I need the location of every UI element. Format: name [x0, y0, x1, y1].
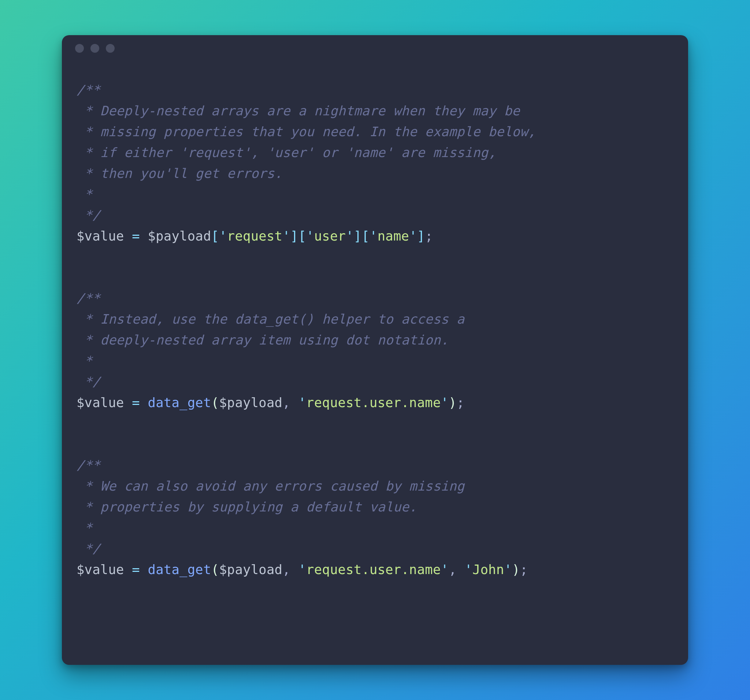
comment-line: * deeply-nested array item using dot not… [77, 332, 449, 347]
variable-token: $value [77, 229, 124, 244]
bracket-token: [ [211, 229, 219, 244]
paren-token: ) [512, 562, 520, 577]
variable-token: $payload [219, 562, 282, 577]
code-editor-area: /** * Deeply-nested arrays are a nightma… [62, 61, 688, 665]
paren-token: ( [211, 395, 219, 410]
string-token: request.user.name [306, 562, 441, 577]
quote-token: ' [504, 562, 512, 577]
quote-token: ' [346, 229, 354, 244]
string-token: request.user.name [306, 395, 441, 410]
code-window: /** * Deeply-nested arrays are a nightma… [62, 35, 688, 665]
comma-token: , [282, 562, 298, 577]
quote-token: ' [441, 562, 449, 577]
traffic-light-zoom-icon[interactable] [106, 44, 115, 53]
comment-line: * [77, 187, 92, 202]
semicolon-token: ; [425, 229, 433, 244]
bracket-token: [ [298, 229, 306, 244]
comma-token: , [449, 562, 464, 577]
background-gradient: /** * Deeply-nested arrays are a nightma… [0, 0, 750, 700]
traffic-light-minimize-icon[interactable] [91, 44, 99, 53]
operator-token: = [124, 395, 148, 410]
quote-token: ' [298, 395, 306, 410]
code-content: /** * Deeply-nested arrays are a nightma… [77, 80, 673, 580]
comment-line: * if either 'request', 'user' or 'name' … [77, 145, 496, 160]
paren-token: ( [211, 562, 219, 577]
comment-line: * then you'll get errors. [77, 166, 282, 181]
comment-line: */ [77, 374, 100, 389]
variable-token: $value [77, 395, 124, 410]
function-token: data_get [148, 395, 211, 410]
function-token: data_get [148, 562, 211, 577]
variable-token: $payload [148, 229, 211, 244]
quote-token: ' [298, 562, 306, 577]
comment-line: * Instead, use the data_get() helper to … [77, 312, 464, 327]
bracket-token: [ [361, 229, 369, 244]
bracket-token: ] [417, 229, 425, 244]
comment-line: /** [77, 82, 100, 97]
comment-line: /** [77, 291, 100, 306]
comment-line: */ [77, 541, 100, 556]
semicolon-token: ; [456, 395, 465, 410]
string-token: request [227, 229, 282, 244]
quote-token: ' [282, 229, 290, 244]
variable-token: $value [77, 562, 124, 577]
operator-token: = [124, 562, 148, 577]
comment-line: /** [77, 457, 100, 473]
quote-token: ' [464, 562, 472, 577]
string-token: name [378, 229, 409, 244]
variable-token: $payload [219, 395, 282, 410]
comma-token: , [282, 395, 298, 410]
traffic-light-close-icon[interactable] [75, 44, 84, 53]
bracket-token: ] [354, 229, 362, 244]
quote-token: ' [306, 229, 314, 244]
semicolon-token: ; [520, 562, 528, 577]
window-titlebar [62, 35, 688, 61]
quote-token: ' [369, 229, 378, 244]
quote-token: ' [409, 229, 417, 244]
comment-line: */ [77, 207, 100, 223]
quote-token: ' [441, 395, 449, 410]
comment-line: * properties by supplying a default valu… [77, 499, 417, 514]
quote-token: ' [219, 229, 227, 244]
string-token: user [314, 229, 346, 244]
comment-line: * missing properties that you need. In t… [77, 124, 536, 139]
bracket-token: ] [290, 229, 298, 244]
paren-token: ) [449, 395, 456, 410]
operator-token: = [124, 229, 148, 244]
string-token: John [472, 562, 504, 577]
comment-line: * [77, 520, 92, 535]
comment-line: * We can also avoid any errors caused by… [77, 479, 464, 494]
comment-line: * [77, 353, 92, 368]
comment-line: * Deeply-nested arrays are a nightmare w… [77, 103, 520, 118]
